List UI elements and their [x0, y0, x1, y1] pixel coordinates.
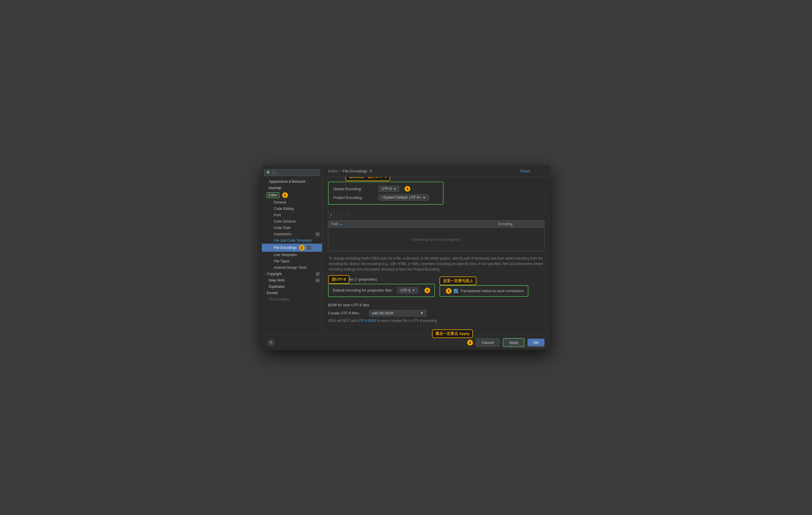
project-encoding-label: Project Encoding: [333, 195, 375, 200]
step-5-badge: 5 [446, 288, 452, 294]
sidebar-item-copyright[interactable]: › Copyright ⊞ [262, 271, 322, 277]
sidebar-item-label: Code Editing [274, 207, 294, 211]
encodings-table: Path ▲ Encoding Encodings are not config… [328, 220, 545, 251]
footer-right: Cancel Apply OK [476, 338, 545, 347]
step-4-badge: 4 [425, 288, 430, 293]
sidebar-item-inlay-hints[interactable]: Inlay Hints ⊞ [262, 277, 322, 284]
project-encoding-select[interactable]: <System Default: UTF-8> ▼ [379, 194, 429, 201]
ok-button[interactable]: OK [527, 339, 545, 346]
sidebar-item-general[interactable]: › General [262, 199, 322, 205]
sidebar-item-file-code-templates[interactable]: File and Code Templates [262, 237, 322, 244]
sidebar-item-label: Editor [267, 192, 279, 198]
footer-left: ? [267, 339, 274, 346]
chevron-icon: › [271, 201, 272, 204]
footer: ? 最后一定要点 Apply 6 Cancel Apply OK [262, 335, 550, 350]
sort-arrow-icon: ▲ [340, 223, 343, 226]
callout-check: 这里一定要勾选上 [439, 277, 476, 285]
native-ascii-checkbox-row: 5 Transparent native-to-ascii conversion [439, 285, 528, 297]
nav-arrows: ← → [534, 169, 545, 173]
breadcrumb-editor: Editor [328, 169, 338, 173]
cancel-button[interactable]: Cancel [476, 338, 499, 347]
callout-apply: 最后一定要点 Apply [432, 330, 473, 338]
sidebar-item-label: Android Design Tools [274, 265, 307, 269]
sidebar-item-label: GUI Designer [269, 297, 290, 302]
props-encoding-select[interactable]: UTF-8 ▼ [397, 287, 418, 293]
sidebar-item-code-style[interactable]: › Code Style [262, 225, 322, 231]
settings-dialog: 🔍 › Appearance & Behavior Keymap › Edito… [262, 165, 550, 350]
encoding-box: Global Encoding: UTF-8 ▼ 3 Project Encod… [328, 181, 443, 205]
properties-section-title: Properties Files (*.properties) [328, 277, 545, 282]
search-box[interactable]: 🔍 [264, 169, 320, 176]
step-3-badge: 3 [405, 186, 410, 192]
header: Editor › File Encodings ⊞ Reset ← → [322, 165, 550, 177]
sidebar-item-label: Font [274, 213, 281, 217]
sidebar-item-label: File Encodings [274, 246, 297, 250]
sidebar-item-emmet[interactable]: › Emmet [262, 290, 322, 296]
file-encodings-icon-badge: ⊞ [307, 246, 311, 250]
sidebar-item-duplicates[interactable]: Duplicates [262, 284, 322, 290]
sidebar-item-keymap[interactable]: Keymap [262, 185, 322, 191]
add-button[interactable]: + [328, 211, 335, 218]
sidebar-item-label: Emmet [267, 291, 278, 295]
bom-create-select[interactable]: with NO BOM ▼ [369, 310, 427, 316]
col-path: Path ▲ [331, 222, 498, 226]
sidebar: 🔍 › Appearance & Behavior Keymap › Edito… [262, 165, 322, 335]
copyright-icon-badge: ⊞ [316, 272, 320, 276]
chevron-icon: › [264, 273, 265, 276]
apply-button[interactable]: Apply [503, 338, 525, 347]
search-icon: 🔍 [267, 171, 271, 175]
global-encoding-label: Global Encoding: [333, 187, 375, 191]
chevron-icon: › [266, 180, 267, 183]
breadcrumb: Editor › File Encodings ⊞ [328, 169, 373, 173]
remove-button[interactable]: − [336, 211, 343, 218]
col-encoding: Encoding [498, 222, 541, 226]
nav-forward-arrow[interactable]: → [541, 169, 545, 173]
sidebar-item-label: Duplicates [269, 285, 285, 289]
main-content: Editor › File Encodings ⊞ Reset ← → [322, 165, 550, 335]
sidebar-item-label: File Types [274, 259, 289, 263]
sidebar-item-file-types[interactable]: File Types [262, 258, 322, 264]
sidebar-item-color-scheme[interactable]: › Color Scheme [262, 218, 322, 225]
sidebar-item-label: General [273, 200, 286, 204]
global-encoding-row: Global Encoding: UTF-8 ▼ 3 [333, 185, 438, 192]
sidebar-item-inspections[interactable]: Inspections ⊞ [262, 231, 322, 237]
properties-section: Properties Files (*.properties) 选UTF-8 D… [328, 277, 545, 298]
bom-title: BOM for new UTF-8 files [328, 303, 545, 307]
breadcrumb-separator: › [340, 169, 341, 173]
sidebar-item-file-encodings[interactable]: File Encodings 2 ⊞ [262, 244, 322, 252]
edit-button[interactable]: ✎ [344, 211, 351, 218]
utf8-bom-link[interactable]: UTF-8 BOM [357, 319, 376, 323]
help-button[interactable]: ? [267, 339, 274, 346]
sidebar-item-live-templates[interactable]: Live Templates [262, 252, 322, 258]
chevron-icon: › [264, 292, 265, 295]
bom-row: Create UTF-8 files: with NO BOM ▼ [328, 310, 545, 316]
dropdown-arrow: ▼ [393, 188, 396, 191]
sidebar-item-label: Appearance & Behavior [269, 179, 306, 183]
bom-create-label: Create UTF-8 files: [328, 311, 366, 315]
project-encoding-row: Project Encoding: <System Default: UTF-8… [333, 194, 438, 201]
nav-back-arrow[interactable]: ← [534, 169, 538, 173]
table-body-empty: Encodings are not configured [328, 228, 544, 251]
search-input[interactable] [272, 171, 317, 175]
dropdown-arrow: ▼ [423, 196, 426, 199]
reset-button[interactable]: Reset [520, 169, 530, 173]
props-encoding-box: Default encoding for properties files: U… [328, 284, 435, 297]
sidebar-item-font[interactable]: Font [262, 212, 322, 218]
native-ascii-checkbox[interactable] [454, 289, 458, 293]
sidebar-item-label: Keymap [269, 186, 281, 190]
breadcrumb-current: File Encodings [343, 169, 367, 173]
sidebar-item-appearance[interactable]: › Appearance & Behavior [262, 178, 322, 185]
step-2-badge: 2 [299, 245, 305, 251]
global-encoding-select[interactable]: UTF-8 ▼ [379, 185, 399, 192]
dropdown-arrow: ▼ [412, 289, 415, 292]
sidebar-item-gui-designer[interactable]: GUI Designer [262, 296, 322, 303]
props-encoding-label: Default encoding for properties files: [333, 288, 393, 292]
inlay-hints-icon-badge: ⊞ [316, 278, 320, 282]
sidebar-item-android-design-tools[interactable]: Android Design Tools [262, 264, 322, 271]
bom-section: BOM for new UTF-8 files Create UTF-8 fil… [328, 303, 545, 323]
native-ascii-label: Transparent native-to-ascii conversion [460, 289, 524, 293]
inspections-icon-badge: ⊞ [316, 232, 320, 236]
sidebar-item-code-editing[interactable]: Code Editing [262, 205, 322, 212]
sidebar-item-editor[interactable]: › Editor 1 [262, 191, 322, 199]
step-1-badge: 1 [282, 192, 288, 198]
